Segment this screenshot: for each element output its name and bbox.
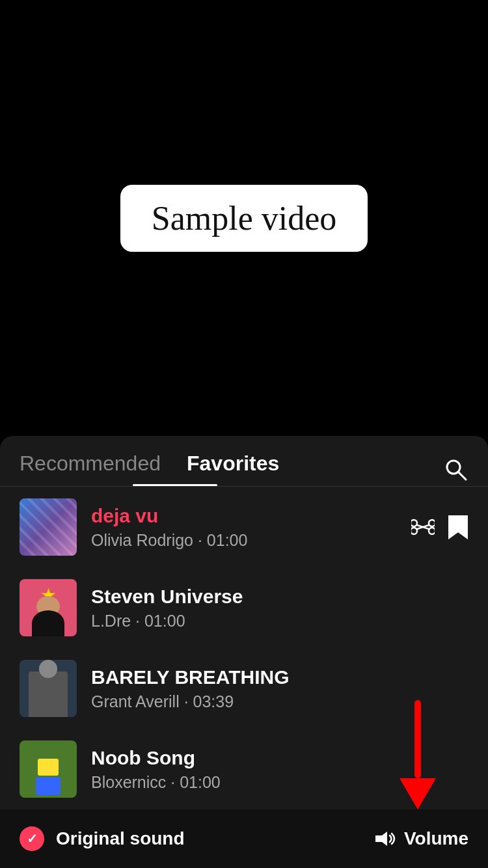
volume-icon bbox=[374, 829, 398, 848]
tab-recommended[interactable]: Recommended bbox=[20, 452, 161, 486]
song-title-barely-breathing: BARELY BREATHING bbox=[91, 666, 468, 688]
noob-figure bbox=[36, 759, 61, 795]
svg-point-5 bbox=[429, 520, 435, 526]
bottom-bar: ✓ Original sound Volume bbox=[0, 809, 488, 868]
bottom-panel: Recommended Favorites deja vu Olivia Rod… bbox=[0, 436, 488, 868]
song-info-noob-song: Noob Song Bloxernicc · 01:00 bbox=[91, 747, 468, 792]
character-body bbox=[32, 610, 64, 636]
song-item-barely-breathing[interactable]: BARELY BREATHING Grant Averill · 03:39 bbox=[0, 648, 488, 729]
sample-video-text: Sample video bbox=[152, 200, 337, 237]
sample-video-badge: Sample video bbox=[120, 185, 368, 252]
person-silhouette bbox=[29, 671, 68, 717]
song-thumbnail-barely-breathing bbox=[20, 660, 77, 717]
song-info-deja-vu: deja vu Olivia Rodrigo · 01:00 bbox=[91, 505, 411, 550]
svg-point-6 bbox=[411, 528, 417, 534]
song-info-barely-breathing: BARELY BREATHING Grant Averill · 03:39 bbox=[91, 666, 468, 711]
song-title-deja-vu: deja vu bbox=[91, 505, 411, 527]
search-button[interactable] bbox=[442, 456, 468, 482]
song-item-steven-universe[interactable]: ★ Steven Universe L.Dre · 01:00 bbox=[0, 567, 488, 648]
video-area: Sample video bbox=[0, 0, 488, 436]
original-sound-check: ✓ bbox=[20, 826, 44, 851]
bookmark-button-deja-vu[interactable] bbox=[448, 515, 468, 539]
song-meta-barely-breathing: Grant Averill · 03:39 bbox=[91, 692, 468, 711]
song-meta-deja-vu: Olivia Rodrigo · 01:00 bbox=[91, 531, 411, 550]
song-list: deja vu Olivia Rodrigo · 01:00 bbox=[0, 487, 488, 809]
tab-favorites[interactable]: Favorites bbox=[187, 452, 279, 486]
song-thumbnail-deja-vu bbox=[20, 498, 77, 556]
check-mark-icon: ✓ bbox=[27, 831, 38, 847]
song-item-deja-vu[interactable]: deja vu Olivia Rodrigo · 01:00 bbox=[0, 487, 488, 567]
song-thumbnail-noob-song bbox=[20, 740, 77, 798]
tab-underline bbox=[133, 484, 217, 486]
song-title-noob-song: Noob Song bbox=[91, 747, 468, 769]
song-meta-steven-universe: L.Dre · 01:00 bbox=[91, 612, 468, 631]
svg-marker-8 bbox=[375, 832, 387, 846]
volume-label: Volume bbox=[404, 828, 468, 849]
song-info-steven-universe: Steven Universe L.Dre · 01:00 bbox=[91, 586, 468, 631]
person-head bbox=[39, 660, 57, 678]
song-item-noob-song[interactable]: Noob Song Bloxernicc · 01:00 bbox=[0, 729, 488, 809]
song-actions-deja-vu bbox=[411, 515, 468, 539]
noob-head bbox=[38, 759, 59, 776]
noob-body bbox=[36, 777, 61, 795]
svg-point-7 bbox=[429, 528, 435, 534]
song-title-steven-universe: Steven Universe bbox=[91, 586, 468, 608]
song-thumbnail-steven-universe: ★ bbox=[20, 579, 77, 636]
song-meta-noob-song: Bloxernicc · 01:00 bbox=[91, 773, 468, 792]
svg-line-1 bbox=[458, 472, 466, 480]
original-sound-label: Original sound bbox=[56, 828, 362, 849]
tab-bar: Recommended Favorites bbox=[0, 436, 488, 486]
trim-button-deja-vu[interactable] bbox=[411, 515, 435, 539]
svg-point-4 bbox=[411, 520, 417, 526]
search-icon bbox=[442, 456, 468, 482]
volume-button[interactable]: Volume bbox=[374, 828, 468, 849]
